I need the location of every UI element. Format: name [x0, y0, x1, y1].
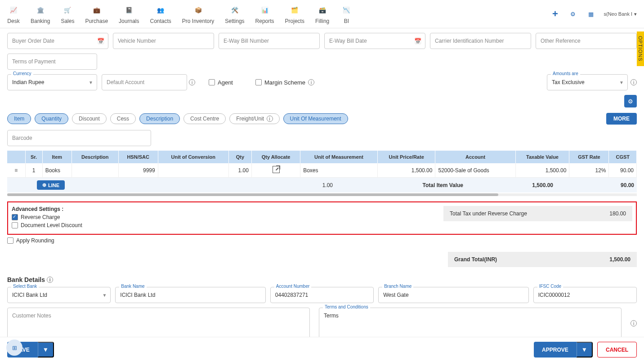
table-settings-button[interactable]: ⚙ [624, 95, 637, 107]
cell-rate[interactable]: 1,500.00 [377, 163, 435, 178]
nav-banking[interactable]: 🏛️Banking [31, 4, 50, 24]
select-bank-field[interactable]: Select Bank ICICI Bank Ltd ▼ [7, 287, 111, 303]
terms-conditions-textarea[interactable]: Terms and Conditions Terms [319, 308, 622, 339]
chip-item[interactable]: Item [7, 113, 31, 124]
approve-dropdown[interactable]: ▼ [577, 342, 593, 358]
customer-notes-textarea[interactable]: Customer Notes [7, 308, 310, 339]
cell-uoc[interactable] [158, 163, 228, 178]
eway-bill-number-input[interactable] [224, 38, 315, 44]
gear-icon[interactable]: ⚙ [568, 9, 578, 19]
apps-fab[interactable]: ⊞ [6, 340, 22, 356]
barcode-input[interactable] [12, 135, 146, 141]
horizontal-scrollbar[interactable] [7, 193, 637, 196]
cell-qty-alloc[interactable] [251, 163, 300, 178]
barcode-field[interactable] [7, 130, 151, 146]
rc-total-label: Total Tax under Reverse Charge [450, 210, 527, 217]
terms-of-payment-field[interactable] [7, 54, 97, 70]
plus-icon[interactable]: + [550, 9, 560, 19]
filling-icon: 🗃️ [316, 4, 329, 16]
add-line-button[interactable]: ⊕LINE [37, 180, 65, 190]
nav-purchase[interactable]: 💼Purchase [85, 4, 108, 24]
margin-scheme-checkbox[interactable] [255, 79, 262, 85]
settings-icon: 🛠️ [228, 4, 241, 16]
nav-projects[interactable]: 🗂️Projects [285, 4, 304, 24]
chevron-down-icon: ▼ [89, 80, 93, 85]
save-dropdown[interactable]: ▼ [38, 342, 54, 358]
footer-bar: SAVE ▼ APPROVE ▼ CANCEL [0, 337, 644, 362]
chip-description[interactable]: Description [139, 113, 180, 124]
carrier-id-input[interactable] [435, 38, 526, 44]
bank-name-field[interactable]: Bank Name ICICI Bank Ltd [115, 287, 266, 303]
cell-qty[interactable]: 1.00 [228, 163, 251, 178]
doc-discount-checkbox[interactable] [12, 222, 18, 228]
nav-filling[interactable]: 🗃️Filling [315, 4, 329, 24]
nav-sales[interactable]: 🛒Sales [61, 4, 74, 24]
cell-account[interactable]: 52000-Sale of Goods [435, 163, 515, 178]
rc-total-value: 180.00 [609, 210, 626, 217]
buyer-order-date-input[interactable] [12, 38, 103, 44]
other-ref-input[interactable] [541, 38, 632, 44]
apps-icon[interactable]: ▦ [586, 9, 596, 19]
nav-journals[interactable]: 📓Journals [119, 4, 139, 24]
currency-select[interactable]: Currency Indian Rupee ▼ [7, 74, 97, 90]
chip-uom[interactable]: Unit Of Measurement [283, 113, 348, 124]
footer-qty: 1.00 [306, 182, 333, 188]
footer-cgst: 90.00 [553, 182, 634, 188]
user-menu[interactable]: s(Neo Bank I▾ [604, 11, 637, 17]
buyer-order-date-field[interactable]: 📅 [7, 33, 108, 49]
nav-contacts[interactable]: 👥Contacts [150, 4, 171, 24]
approve-button[interactable]: APPROVE [534, 342, 577, 358]
cell-uom[interactable]: Boxes [300, 163, 378, 178]
default-account-input[interactable] [107, 79, 182, 85]
default-account-field[interactable] [102, 74, 187, 90]
col-qty: Qty [228, 151, 251, 163]
eway-bill-number-field[interactable] [219, 33, 320, 49]
chip-cost-centre[interactable]: Cost Centre [183, 113, 226, 124]
info-icon[interactable]: i [308, 79, 314, 85]
col-desc: Description [72, 151, 119, 163]
carrier-id-field[interactable] [430, 33, 531, 49]
table-row[interactable]: ≡ 1 Books 9999 1.00 Boxes 1,500.00 52000… [7, 163, 637, 178]
nav-settings[interactable]: 🛠️Settings [225, 4, 244, 24]
reverse-charge-checkbox[interactable] [12, 214, 18, 220]
scroll-thumb[interactable] [7, 193, 498, 196]
info-icon[interactable]: i [631, 320, 637, 326]
nav-bi[interactable]: 📉BI [340, 4, 353, 24]
info-icon[interactable]: i [631, 79, 637, 85]
info-icon[interactable]: i [47, 277, 53, 283]
open-icon[interactable] [273, 166, 280, 173]
other-ref-field[interactable] [536, 33, 637, 49]
cell-hsn[interactable]: 9999 [118, 163, 158, 178]
nav-reports[interactable]: 📊Reports [255, 4, 274, 24]
amounts-select[interactable]: Amounts are Tax Exclusive ▼ [547, 74, 628, 90]
chip-discount[interactable]: Discount [72, 113, 107, 124]
vehicle-number-field[interactable] [113, 33, 214, 49]
cancel-button[interactable]: CANCEL [597, 342, 637, 358]
chip-quantity[interactable]: Quantity [35, 113, 68, 124]
col-sr: Sr. [25, 151, 42, 163]
more-button[interactable]: MORE [606, 113, 637, 125]
col-rate: Unit Price/Rate [377, 151, 435, 163]
eway-bill-date-field[interactable]: 📅 [324, 33, 425, 49]
table-footer: ⊕LINE 1.00 Total Item Value 1,500.00 90.… [7, 178, 637, 192]
agent-checkbox[interactable] [209, 79, 215, 85]
drag-handle-icon[interactable]: ≡ [14, 167, 18, 174]
chip-cess[interactable]: Cess [110, 113, 136, 124]
ifsc-field[interactable]: IFSC Code ICIC0000012 [533, 287, 637, 303]
cell-desc[interactable] [72, 163, 119, 178]
apply-rounding-checkbox[interactable] [7, 237, 13, 244]
col-qty-alloc: Qty Allocate [251, 151, 300, 163]
nav-inventory[interactable]: 📦Pro Inventory [182, 4, 214, 24]
vehicle-number-input[interactable] [118, 38, 209, 44]
branch-name-field[interactable]: Branch Name West Gate [378, 287, 529, 303]
cell-item[interactable]: Books [42, 163, 72, 178]
nav-desk[interactable]: 📈Desk [7, 4, 20, 24]
account-number-field[interactable]: Account Number 04402837271 [270, 287, 374, 303]
eway-bill-date-input[interactable] [329, 38, 420, 44]
terms-of-payment-input[interactable] [12, 58, 92, 65]
chip-freight[interactable]: Freight/Unit i [229, 113, 279, 125]
cell-gst[interactable]: 12% [569, 163, 609, 178]
cell-sr: 1 [25, 163, 42, 178]
info-icon[interactable]: i [189, 79, 195, 85]
options-tab[interactable]: OPTIONS [637, 31, 644, 66]
